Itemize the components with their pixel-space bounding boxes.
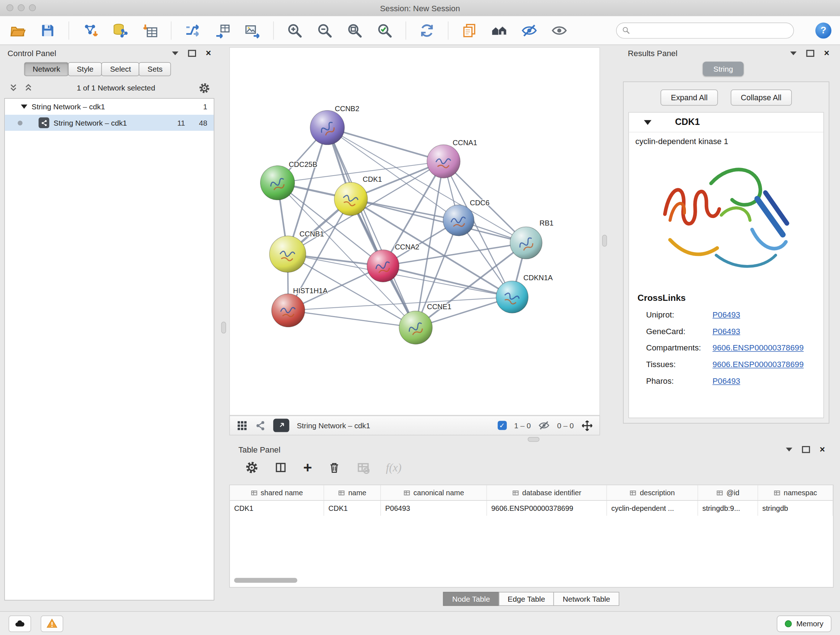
network-node-ccnb1[interactable] bbox=[270, 236, 306, 272]
tab-node-table[interactable]: Node Table bbox=[443, 592, 499, 606]
table-cell[interactable]: 9606.ENSP00000378699 bbox=[487, 501, 607, 516]
network-node-ccna1[interactable] bbox=[427, 145, 460, 178]
panel-float-icon[interactable] bbox=[806, 50, 814, 57]
node-label: CDC25B bbox=[289, 160, 317, 168]
warnings-button[interactable] bbox=[41, 615, 63, 632]
cloud-button[interactable] bbox=[9, 615, 31, 632]
bottom-splitter-handle[interactable] bbox=[528, 437, 540, 442]
save-session-icon[interactable] bbox=[39, 21, 57, 39]
delete-column-icon[interactable] bbox=[328, 461, 341, 474]
hide-selected-icon[interactable] bbox=[520, 21, 538, 39]
network-edge[interactable] bbox=[327, 127, 444, 161]
tab-edge-table[interactable]: Edge Table bbox=[499, 592, 554, 606]
show-columns-icon[interactable] bbox=[274, 461, 287, 474]
network-edge[interactable] bbox=[288, 310, 416, 327]
import-network-database-icon[interactable] bbox=[111, 21, 129, 39]
minimize-window-button[interactable] bbox=[18, 4, 25, 11]
collapse-entry-icon[interactable] bbox=[644, 120, 652, 125]
panel-close-icon[interactable]: × bbox=[824, 49, 829, 57]
network-edge[interactable] bbox=[351, 199, 526, 242]
network-node-ccna2[interactable] bbox=[367, 250, 399, 282]
network-collection-row[interactable]: String Network – cdk1 1 bbox=[5, 98, 214, 114]
zoom-selected-icon[interactable] bbox=[376, 21, 393, 39]
tab-style[interactable]: Style bbox=[68, 62, 102, 76]
tab-string[interactable]: String bbox=[703, 62, 744, 76]
network-node-ccne1[interactable] bbox=[399, 311, 432, 344]
left-splitter-handle[interactable] bbox=[221, 322, 226, 334]
tab-network[interactable]: Network bbox=[24, 62, 69, 76]
panel-collapse-icon[interactable] bbox=[172, 51, 178, 55]
column-header[interactable]: database identifier bbox=[487, 485, 607, 500]
new-network-icon[interactable] bbox=[183, 21, 201, 39]
network-view[interactable]: CCNB2CCNA1CDC25BCDK1CDC6RB1CCNB1CCNA2CDK… bbox=[229, 47, 600, 415]
tab-sets[interactable]: Sets bbox=[139, 62, 171, 76]
expand-all-button[interactable]: Expand All bbox=[660, 89, 718, 105]
crosslink-link[interactable]: P06493 bbox=[713, 377, 741, 386]
string-network-icon[interactable] bbox=[255, 420, 266, 431]
network-node-cdk1[interactable] bbox=[334, 182, 368, 215]
crosslink-link[interactable]: 9606.ENSP00000378699 bbox=[713, 343, 804, 352]
network-node-cdc25b[interactable] bbox=[261, 166, 295, 200]
open-session-icon[interactable] bbox=[9, 21, 27, 39]
zoom-out-icon[interactable] bbox=[316, 21, 333, 39]
column-header[interactable]: name bbox=[324, 485, 381, 500]
network-node-cdc6[interactable] bbox=[443, 205, 474, 236]
maximize-window-button[interactable] bbox=[29, 4, 36, 11]
column-header[interactable]: canonical name bbox=[381, 485, 487, 500]
memory-button[interactable]: Memory bbox=[777, 615, 831, 632]
node-label: CCNA1 bbox=[453, 139, 477, 147]
search-icon bbox=[622, 27, 630, 35]
search-input[interactable] bbox=[633, 25, 788, 35]
network-edge[interactable] bbox=[327, 127, 416, 327]
gear-icon[interactable] bbox=[199, 82, 210, 93]
table-horizontal-scrollbar[interactable] bbox=[234, 578, 297, 583]
tab-select[interactable]: Select bbox=[102, 62, 140, 76]
open-in-new-window-button[interactable] bbox=[273, 419, 289, 432]
protein-card-header[interactable]: CDK1 bbox=[629, 112, 824, 133]
table-cell[interactable]: P06493 bbox=[381, 501, 487, 516]
table-gear-icon[interactable] bbox=[245, 461, 258, 474]
refresh-icon[interactable] bbox=[418, 21, 436, 39]
help-icon[interactable]: ? bbox=[815, 22, 831, 38]
network-node-rb1[interactable] bbox=[510, 226, 542, 259]
hidden-eye-slash-icon[interactable] bbox=[538, 420, 549, 431]
copy-icon[interactable] bbox=[460, 21, 478, 39]
panel-float-icon[interactable] bbox=[188, 50, 196, 57]
import-table-icon[interactable] bbox=[141, 21, 159, 39]
function-builder-icon: f(x) bbox=[386, 461, 401, 474]
tab-network-table[interactable]: Network Table bbox=[554, 592, 619, 606]
crosslinks-title: CrossLinks bbox=[638, 293, 823, 303]
crosslink-link[interactable]: 9606.ENSP00000378699 bbox=[713, 360, 804, 369]
right-splitter-handle[interactable] bbox=[602, 235, 607, 247]
search-box[interactable] bbox=[616, 22, 794, 38]
clone-network-icon[interactable] bbox=[213, 21, 231, 39]
fit-content-move-icon[interactable] bbox=[581, 420, 593, 432]
close-window-button[interactable] bbox=[6, 4, 13, 11]
add-column-icon[interactable]: + bbox=[303, 460, 312, 475]
zoom-in-icon[interactable] bbox=[286, 21, 303, 39]
table-cell[interactable]: CDK1 bbox=[230, 501, 324, 516]
network-overview-icon[interactable] bbox=[490, 21, 508, 39]
collapse-all-button[interactable]: Collapse All bbox=[731, 89, 791, 105]
show-all-icon[interactable] bbox=[550, 21, 568, 39]
column-header[interactable]: shared name bbox=[230, 485, 324, 500]
tree-expand-icon[interactable] bbox=[21, 105, 27, 109]
zoom-fit-icon[interactable] bbox=[346, 21, 363, 39]
network-node-cdkn1a[interactable] bbox=[496, 281, 528, 313]
import-network-file-icon[interactable] bbox=[81, 21, 99, 39]
table-cell[interactable]: CDK1 bbox=[324, 501, 381, 516]
network-canvas[interactable]: CCNB2CCNA1CDC25BCDK1CDC6RB1CCNB1CCNA2CDK… bbox=[230, 48, 600, 415]
selected-checkbox-icon[interactable]: ✓ bbox=[497, 421, 507, 430]
network-edge[interactable] bbox=[383, 266, 512, 297]
crosslink-link[interactable]: P06493 bbox=[713, 326, 741, 336]
birdseye-view-icon[interactable] bbox=[236, 420, 248, 431]
expand-all-icon[interactable] bbox=[24, 83, 33, 93]
panel-collapse-icon[interactable] bbox=[790, 51, 797, 55]
panel-close-icon[interactable]: × bbox=[206, 49, 211, 57]
export-image-icon[interactable] bbox=[243, 21, 261, 39]
crosslink-link[interactable]: P06493 bbox=[713, 310, 741, 319]
network-node-ccnb2[interactable] bbox=[310, 111, 344, 145]
network-row[interactable]: String Network – cdk1 11 48 bbox=[5, 115, 214, 131]
network-node-hist1h1a[interactable] bbox=[272, 294, 305, 327]
collapse-all-icon[interactable] bbox=[9, 83, 19, 93]
